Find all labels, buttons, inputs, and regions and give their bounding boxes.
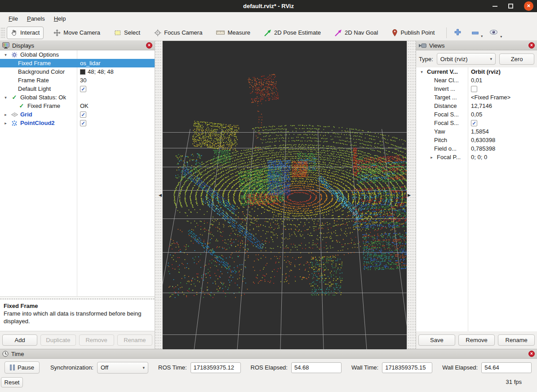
tree-row[interactable]: Invert ... <box>416 85 537 93</box>
zero-button[interactable]: Zero <box>499 53 534 65</box>
checkbox[interactable] <box>471 86 477 92</box>
save-button[interactable]: Save <box>418 334 455 346</box>
tree-row[interactable]: Near Cl...0,01 <box>416 76 537 85</box>
tree-row[interactable]: ▾Current V...Orbit (rviz) <box>416 67 537 76</box>
checkbox-checked[interactable]: ✓ <box>471 120 477 126</box>
rename-button[interactable]: Rename <box>498 334 535 346</box>
tree-row[interactable]: Background Color48; 48; 48 <box>0 67 155 76</box>
tool-2d-nav-goal[interactable]: 2D Nav Goal <box>331 27 382 39</box>
view-type-select[interactable]: Orbit (rviz) ▾ <box>437 53 496 65</box>
property-value-cell[interactable]: <Fixed Frame> <box>468 93 537 102</box>
property-value-cell[interactable]: 12,7146 <box>468 102 537 110</box>
expander-down-icon[interactable]: ▾ <box>419 70 425 74</box>
property-value-cell[interactable]: OK <box>77 102 155 110</box>
expander-down-icon[interactable]: ▾ <box>3 95 9 100</box>
sync-select[interactable]: Off ▾ <box>97 362 148 374</box>
tree-row[interactable]: Focal S...✓ <box>416 119 537 127</box>
tool-visibility-button[interactable]: ▾ <box>486 27 501 38</box>
property-value: 0,01 <box>471 77 482 84</box>
ros-elapsed-field[interactable]: 54.68 <box>291 362 342 373</box>
property-value-cell[interactable]: 48; 48; 48 <box>77 67 155 76</box>
tree-row[interactable]: ▸Focal P...0; 0; 0 <box>416 153 537 161</box>
tree-row[interactable]: ▸Grid✓ <box>0 110 155 119</box>
tree-row[interactable]: Frame Rate30 <box>0 76 155 85</box>
tree-row[interactable]: Target ...<Fixed Frame> <box>416 93 537 102</box>
property-value-cell[interactable] <box>77 93 155 102</box>
expander-right-icon[interactable]: ▸ <box>3 121 9 125</box>
menu-item-file[interactable]: File <box>4 13 22 24</box>
eye-icon <box>489 29 498 35</box>
checkbox-checked[interactable]: ✓ <box>80 120 86 126</box>
property-value-cell[interactable]: 0,630398 <box>468 136 537 144</box>
tool-move-camera[interactable]: Move Camera <box>49 27 104 39</box>
clock-icon <box>2 351 9 357</box>
menu-item-panels[interactable]: Panels <box>23 13 49 24</box>
tree-row[interactable]: Distance12,7146 <box>416 102 537 110</box>
time-panel-header[interactable]: Time × <box>0 349 537 359</box>
property-value-cell[interactable]: 0; 0; 0 <box>468 153 537 161</box>
title-bar[interactable]: default.rviz* - RViz × <box>0 0 537 12</box>
property-value-cell[interactable]: 0,01 <box>468 76 537 85</box>
right-splitter[interactable]: ▶ <box>407 41 416 349</box>
minimize-icon[interactable] <box>493 6 497 7</box>
pause-icon <box>10 365 15 370</box>
collapse-left-icon[interactable]: ◀ <box>159 193 162 197</box>
property-value-cell[interactable] <box>468 85 537 93</box>
tree-row[interactable]: Focal S...0,05 <box>416 110 537 119</box>
tree-row[interactable]: ▾Global Options <box>0 50 155 59</box>
close-views-icon[interactable]: × <box>528 42 535 49</box>
property-value-cell[interactable]: 30 <box>77 76 155 85</box>
displays-panel-header[interactable]: Displays × <box>0 41 155 50</box>
property-value-cell[interactable]: Orbit (rviz) <box>468 67 537 76</box>
property-value-cell[interactable] <box>77 50 155 59</box>
3d-view-canvas[interactable] <box>163 41 407 349</box>
tool-measure[interactable]: Measure <box>212 27 254 39</box>
tool-publish-point[interactable]: Publish Point <box>388 27 439 39</box>
tree-row[interactable]: ▸PointCloud2✓ <box>0 119 155 127</box>
menu-item-help[interactable]: Help <box>50 13 70 24</box>
tree-row[interactable]: ▾✓Global Status: Ok <box>0 93 155 102</box>
maximize-icon[interactable] <box>508 4 513 9</box>
property-value-cell[interactable]: 0,785398 <box>468 144 537 153</box>
property-value-cell[interactable]: ✓ <box>468 119 537 127</box>
expander-right-icon[interactable]: ▸ <box>3 112 9 117</box>
ros-time-field[interactable]: 1718359375.12 <box>191 362 241 373</box>
render-viewport[interactable] <box>163 41 407 349</box>
tool-select[interactable]: Select <box>110 27 144 39</box>
remove-tool-button[interactable]: ▾ <box>469 27 482 38</box>
tree-row[interactable]: ✓Fixed FrameOK <box>0 102 155 110</box>
collapse-right-icon[interactable]: ▶ <box>408 193 411 197</box>
tree-row[interactable]: Yaw1,5854 <box>416 127 537 136</box>
property-value-cell[interactable]: 0,05 <box>468 110 537 119</box>
reset-button[interactable]: Reset <box>1 377 23 388</box>
tree-row[interactable]: Pitch0,630398 <box>416 136 537 144</box>
tool-focus-camera[interactable]: Focus Camera <box>150 27 206 39</box>
expander-right-icon[interactable]: ▸ <box>429 155 435 160</box>
toolbar-drag-handle[interactable] <box>1 27 5 39</box>
displays-splitter-handle[interactable] <box>0 296 155 300</box>
close-window-icon[interactable]: × <box>524 1 533 11</box>
property-value-cell[interactable]: 1,5854 <box>468 127 537 136</box>
add-tool-button[interactable] <box>451 27 464 39</box>
property-value-cell[interactable]: os_lidar <box>77 59 155 67</box>
close-displays-icon[interactable]: × <box>146 42 152 49</box>
checkbox-checked[interactable]: ✓ <box>80 111 86 118</box>
tool-2d-pose-estimate[interactable]: 2D Pose Estimate <box>260 27 325 39</box>
remove-button[interactable]: Remove <box>458 334 495 346</box>
wall-time-field[interactable]: 1718359375.15 <box>382 362 432 373</box>
property-value-cell[interactable]: ✓ <box>77 119 155 127</box>
tree-row[interactable]: Field o...0,785398 <box>416 144 537 153</box>
property-value-cell[interactable]: ✓ <box>77 85 155 93</box>
property-value-cell[interactable]: ✓ <box>77 110 155 119</box>
add-button[interactable]: Add <box>2 334 37 346</box>
views-panel-header[interactable]: Views × <box>416 41 537 50</box>
tree-row[interactable]: Default Light✓ <box>0 85 155 93</box>
close-time-icon[interactable]: × <box>528 351 535 357</box>
wall-elapsed-field[interactable]: 54.64 <box>481 362 532 373</box>
left-splitter[interactable]: ◀ <box>155 41 163 349</box>
tree-row[interactable]: Fixed Frameos_lidar <box>0 59 155 67</box>
pause-button[interactable]: Pause <box>4 361 40 374</box>
tool-interact[interactable]: Interact <box>7 27 44 39</box>
checkbox-checked[interactable]: ✓ <box>80 86 86 92</box>
expander-down-icon[interactable]: ▾ <box>3 53 9 57</box>
